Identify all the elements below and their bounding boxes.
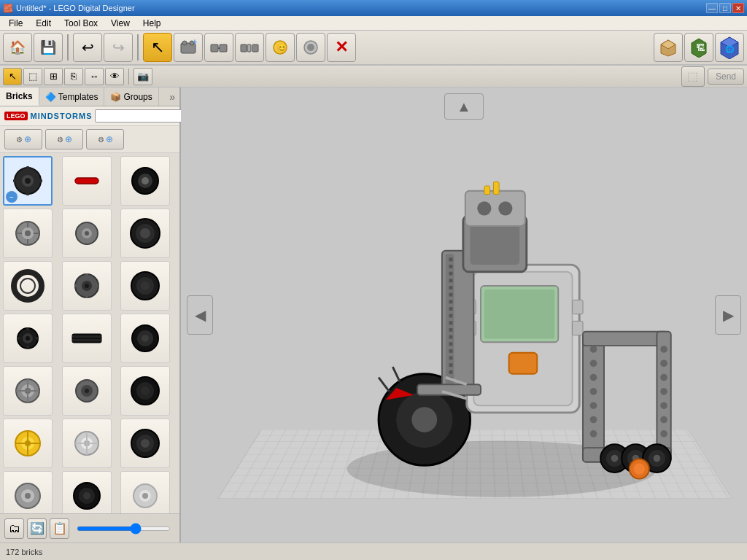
lego-logo: LEGO [4,112,28,120]
brick-wheel-5[interactable] [3,471,53,513]
menu-item-edit[interactable]: Edit [30,17,57,30]
brick-tire-4[interactable] [120,366,170,416]
quick-add-2[interactable]: ⚙⊕ [45,129,83,149]
brick-gear-5[interactable] [62,366,112,416]
select-group-button[interactable]: ⊞ [44,68,63,85]
robot-model [298,124,706,532]
svg-point-36 [85,231,89,236]
svg-point-159 [660,416,667,424]
brick-wheel-hub-3[interactable] [3,366,53,416]
svg-rect-8 [247,44,251,52]
quick-add-3[interactable]: ⚙⊕ [86,129,124,149]
brick-tire-3[interactable] [120,314,170,363]
quick-add-1[interactable]: ⚙⊕ [4,129,42,149]
svg-point-157 [660,388,667,395]
menu-item-view[interactable]: View [105,17,136,30]
svg-point-40 [14,272,42,300]
brick-count: 172 bricks [6,548,42,556]
svg-line-106 [392,367,400,381]
brick-ring[interactable] [3,261,53,311]
svg-rect-144 [583,332,667,346]
svg-point-72 [85,389,89,393]
svg-rect-21 [13,179,18,182]
menu-item-help[interactable]: Help [137,17,167,30]
close-button[interactable]: ✕ [732,3,744,13]
minimize-button[interactable]: — [706,3,718,13]
brick-gear-small[interactable] [3,314,53,363]
deselect-button[interactable]: ⬚ [23,68,42,85]
menu-item-tool-box[interactable]: Tool Box [58,17,104,30]
svg-point-156 [660,374,667,381]
camera-button[interactable]: 📷 [133,68,152,85]
svg-rect-131 [449,349,453,353]
select-button[interactable]: ↖ [143,33,172,62]
svg-rect-22 [38,179,42,182]
svg-text:😊: 😊 [276,42,287,53]
svg-point-97 [142,493,148,499]
send-icon-1[interactable]: ⬚ [681,66,705,87]
view-grid-button[interactable]: 🔄 [27,518,47,539]
clone-button[interactable]: ⎘ [64,68,83,85]
svg-rect-130 [449,342,453,346]
send-button[interactable]: Send [708,69,744,85]
brick-gear-dark[interactable]: − [3,156,53,206]
undo-button[interactable]: ↩ [73,33,102,62]
building-guide-button[interactable]: 🏗 [684,33,713,62]
hide-button[interactable]: 👁 [105,68,124,85]
brick-wheel-small[interactable] [120,156,170,206]
brick-wheel-hub-1[interactable] [3,209,53,258]
toolbar-separator-2 [137,34,139,61]
eye-button[interactable] [296,33,325,62]
brick-wheel-hub-2[interactable] [62,209,112,258]
delete-button[interactable]: ✕ [327,33,356,62]
save-button[interactable]: 💾 [34,33,63,62]
svg-point-18 [25,178,31,184]
brick-tire-6[interactable] [62,471,112,513]
zoom-slider[interactable] [77,526,171,531]
svg-rect-4 [211,44,218,52]
nav-right-button[interactable]: ▶ [715,295,741,335]
flex-hinge-button[interactable] [235,33,264,62]
view-list-button[interactable]: 🗂 [4,518,24,539]
svg-rect-46 [85,295,88,298]
svg-point-51 [141,281,150,290]
brick-wheel-yellow[interactable] [3,419,53,468]
svg-rect-56 [26,346,29,349]
view-details-button[interactable]: 📋 [50,518,69,539]
svg-point-26 [142,177,149,184]
tab-templates[interactable]: 🔷 Templates [39,88,105,106]
maximize-button[interactable]: □ [719,3,731,13]
nav-left-button[interactable]: ◀ [187,295,213,335]
app-icon: 🧱 [3,4,13,13]
brick-tire-large[interactable] [120,209,170,258]
brick-tire-2[interactable] [120,261,170,311]
select-mode-button[interactable]: ↖ [3,68,22,85]
svg-rect-119 [449,265,453,268]
hinge-button[interactable] [204,33,233,62]
svg-rect-47 [74,284,78,287]
redo-button[interactable]: ↪ [104,33,133,62]
tab-groups[interactable]: 📦 Groups [104,88,158,106]
menu-item-file[interactable]: File [3,17,28,30]
svg-rect-110 [484,289,555,339]
brick-wheel-hub-4[interactable] [62,419,112,468]
brick-gear-medium[interactable] [62,261,112,311]
brick-axle[interactable] [62,314,112,363]
add-brick-button[interactable]: + [174,33,203,62]
brick-wheel-6[interactable] [120,471,170,513]
svg-point-163 [611,455,619,462]
paint-button[interactable]: 😊 [266,33,295,62]
svg-point-91 [25,493,31,499]
building-instructions-button[interactable]: 🌐 [715,33,744,62]
tabs-collapse-button[interactable]: » [165,90,179,104]
tab-bricks[interactable]: Bricks [0,88,39,106]
brick-bar-red[interactable] [62,156,112,206]
svg-point-160 [660,430,667,438]
home-button[interactable]: 🏠 [3,33,32,62]
move-button[interactable]: ↔ [85,68,104,85]
nav-up-button[interactable]: ▲ [444,93,484,120]
brick-tire-5[interactable] [120,419,170,468]
scene-view-button[interactable] [654,33,683,62]
main-content: Bricks 🔷 Templates 📦 Groups » LEGO MINDS… [0,88,747,542]
svg-rect-138 [465,191,525,226]
